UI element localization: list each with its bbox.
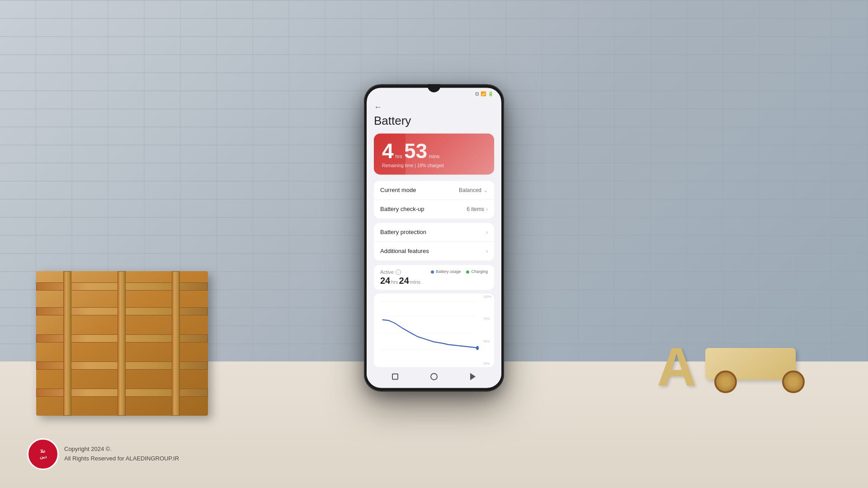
menu-item-additional-features[interactable]: Additional features › <box>374 242 494 260</box>
current-mode-label: Current mode <box>380 187 416 193</box>
chart-legend: Battery usage Charging <box>431 269 488 274</box>
letter-a-toy: A <box>657 335 696 398</box>
svg-point-4 <box>476 346 478 350</box>
menu-item-current-mode[interactable]: Current mode Balanced ⌄ <box>374 181 494 200</box>
toy-car <box>696 325 814 398</box>
battery-checkup-label: Battery check-up <box>380 206 425 212</box>
copyright-line1: Copyright 2024 ©. <box>64 445 179 454</box>
back-icon <box>470 373 476 380</box>
active-mins-unit: mins <box>410 279 420 285</box>
page-title: Battery <box>374 114 494 128</box>
current-mode-value: Balanced <box>459 187 481 193</box>
wooden-crate <box>36 271 208 416</box>
battery-minutes: 53 <box>404 141 427 161</box>
battery-hrs-unit: hrs <box>396 154 402 159</box>
back-button[interactable]: ← <box>374 100 494 114</box>
battery-chart: 100% 75% 50% 25% <box>374 293 494 367</box>
battery-icon: 🔋 <box>488 91 493 96</box>
nav-stop-button[interactable] <box>389 371 401 382</box>
home-icon <box>430 373 438 380</box>
info-icon[interactable]: i <box>396 269 401 275</box>
active-mins: 24 <box>399 276 409 286</box>
chart-label-75: 75% <box>483 318 491 321</box>
battery-mins-unit: mins <box>429 154 439 159</box>
wifi-icon: 📶 <box>481 91 486 96</box>
chevron-icon-3: › <box>486 229 488 235</box>
chart-label-100: 100% <box>483 295 491 298</box>
additional-features-label: Additional features <box>380 248 429 254</box>
menu-item-battery-checkup[interactable]: Battery check-up 6 items › <box>374 200 494 218</box>
scene: A ⊡ 📶 🔋 <box>0 0 868 488</box>
legend-battery-usage: Battery usage <box>431 269 461 274</box>
legend-dot-battery <box>431 270 434 273</box>
legend-charging-label: Charging <box>471 269 488 274</box>
active-section: Active i 24 hrs 24 mins <box>374 265 494 290</box>
nav-home-button[interactable] <box>428 371 440 382</box>
active-top-row: Active i 24 hrs 24 mins <box>380 269 488 286</box>
menu-section-2: Battery protection › Additional features… <box>374 223 494 260</box>
copyright-section: علادین Copyright 2024 ©. All Rights Rese… <box>27 438 179 470</box>
legend-battery-label: Battery usage <box>436 269 461 274</box>
battery-protection-right: › <box>486 229 488 235</box>
status-icons: ⊡ 📶 🔋 <box>475 91 493 96</box>
battery-subtitle: Remaining time | 18% charged <box>382 163 486 168</box>
nav-back-button[interactable] <box>467 371 479 382</box>
screen-content: ← Battery 4 hrs 53 mins Remaining time |… <box>367 98 501 367</box>
chevron-icon-1: ⌄ <box>483 187 488 193</box>
chart-label-50: 50% <box>483 340 491 343</box>
copyright-line2: All Rights Reserved for ALAEDINGROUP.IR <box>64 454 179 464</box>
menu-item-battery-protection[interactable]: Battery protection › <box>374 223 494 242</box>
active-hours: 24 <box>380 276 390 286</box>
copyright-text: Copyright 2024 ©. All Rights Reserved fo… <box>64 445 179 464</box>
phone-screen: ⊡ 📶 🔋 ← Battery 4 hrs <box>367 88 501 388</box>
phone-device: ⊡ 📶 🔋 ← Battery 4 hrs <box>364 84 504 391</box>
phone-body: ⊡ 📶 🔋 ← Battery 4 hrs <box>364 84 504 391</box>
nav-bar <box>367 367 501 388</box>
logo-text: علادین <box>40 449 47 460</box>
battery-chart-svg <box>380 296 488 363</box>
active-time-row: 24 hrs 24 mins <box>380 276 420 286</box>
active-label: Active <box>380 269 394 275</box>
chevron-icon-2: › <box>486 206 488 212</box>
additional-features-right: › <box>486 248 488 254</box>
legend-dot-charging <box>466 270 469 273</box>
battery-card: 4 hrs 53 mins Remaining time | 18% charg… <box>374 133 494 174</box>
battery-hours: 4 <box>382 141 394 161</box>
stop-icon <box>392 373 398 380</box>
legend-charging: Charging <box>466 269 488 274</box>
battery-protection-label: Battery protection <box>380 229 426 235</box>
chart-label-25: 25% <box>483 362 491 365</box>
current-mode-right: Balanced ⌄ <box>459 187 488 193</box>
active-hrs-unit: hrs <box>391 279 398 285</box>
screenshot-icon: ⊡ <box>475 91 479 96</box>
chevron-icon-4: › <box>486 248 488 254</box>
battery-checkup-value: 6 items <box>467 206 484 212</box>
chart-y-labels: 100% 75% 50% 25% <box>483 295 491 365</box>
copyright-logo: علادین <box>27 438 59 470</box>
battery-checkup-right: 6 items › <box>467 206 488 212</box>
battery-time-row: 4 hrs 53 mins <box>382 141 486 161</box>
menu-section-1: Current mode Balanced ⌄ Battery check-up… <box>374 181 494 218</box>
active-label-row: Active i <box>380 269 420 275</box>
